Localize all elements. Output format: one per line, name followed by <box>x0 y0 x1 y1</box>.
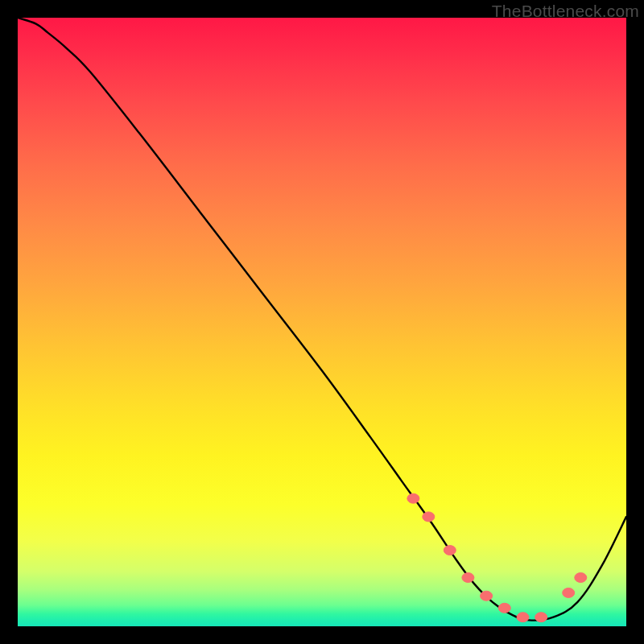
valley-dot <box>535 613 547 622</box>
valley-dot <box>481 591 493 601</box>
plot-area <box>18 18 626 626</box>
valley-dot <box>423 512 435 522</box>
valley-dot <box>563 588 575 597</box>
valley-dot <box>498 603 510 613</box>
valley-dot <box>517 613 529 622</box>
valley-dot <box>444 546 456 555</box>
valley-dot <box>407 493 419 503</box>
curve-layer <box>18 18 626 626</box>
bottleneck-curve <box>18 18 626 621</box>
valley-dots-group <box>407 493 587 622</box>
valley-dot <box>462 573 474 583</box>
valley-dot <box>575 573 587 583</box>
chart-frame: TheBottleneck.com <box>0 0 644 644</box>
watermark-label: TheBottleneck.com <box>492 2 639 21</box>
